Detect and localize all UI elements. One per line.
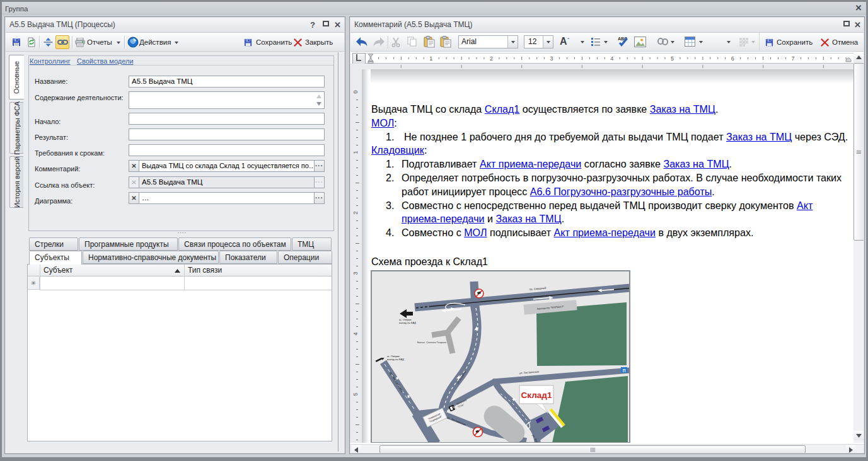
svg-text:Склад1: Склад1 bbox=[521, 390, 552, 400]
svg-text:5: 5 bbox=[671, 55, 674, 62]
svg-text:1: 1 bbox=[429, 55, 432, 62]
svg-text:1: 1 bbox=[352, 151, 359, 154]
svg-text:Больн. Святого Георгия: Больн. Святого Георгия bbox=[417, 341, 446, 344]
svg-text:П: П bbox=[623, 368, 626, 373]
svg-text:6: 6 bbox=[731, 55, 734, 62]
svg-text:2: 2 bbox=[352, 211, 359, 214]
svg-text:выезд на КАД: выезд на КАД bbox=[387, 358, 404, 361]
svg-text:7: 7 bbox=[791, 55, 794, 62]
svg-text:выезд на КАД: выезд на КАД bbox=[399, 321, 416, 324]
svg-text:5: 5 bbox=[352, 392, 359, 396]
svg-text:2: 2 bbox=[490, 55, 493, 62]
svg-text:3: 3 bbox=[550, 55, 553, 62]
svg-text:3: 3 bbox=[352, 271, 359, 275]
svg-text:4: 4 bbox=[352, 332, 359, 335]
svg-text:0: 0 bbox=[352, 90, 359, 93]
svg-text:4: 4 bbox=[610, 55, 613, 62]
